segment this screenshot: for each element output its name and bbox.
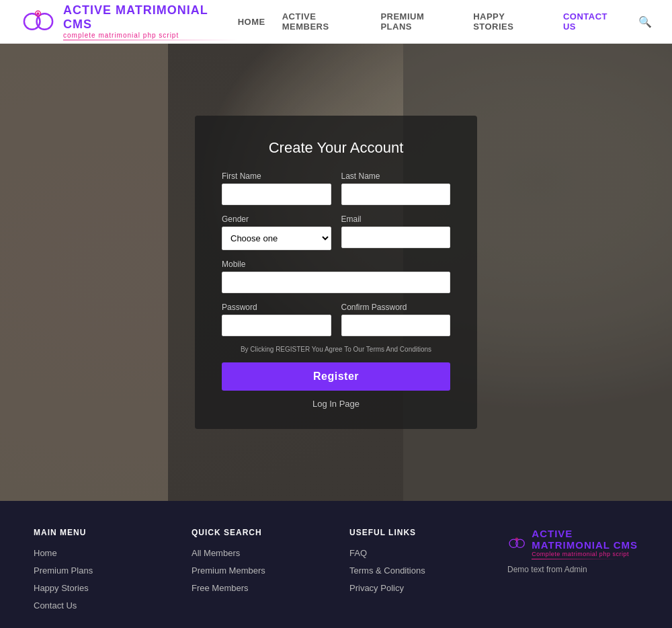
email-input[interactable]	[341, 227, 451, 248]
footer-logo-icon	[507, 532, 526, 555]
quick-search-list: All Members Premium Members Free Members	[192, 547, 323, 594]
nav-home[interactable]: HOME	[238, 17, 265, 27]
login-link[interactable]: Log In Page	[222, 399, 450, 409]
mobile-input[interactable]	[222, 272, 450, 293]
list-item: Terms & Conditions	[349, 564, 480, 576]
footer-logo-subtitle: Complete matrimonial php script	[532, 551, 638, 557]
last-name-group: Last Name	[341, 171, 451, 205]
last-name-input[interactable]	[341, 184, 451, 205]
footer-link-premium-members[interactable]: Premium Members	[192, 565, 265, 576]
list-item: Premium Members	[192, 564, 323, 576]
useful-links-heading: USEFUL LINKS	[349, 528, 480, 537]
search-button[interactable]: 🔍	[638, 15, 652, 28]
name-row: First Name Last Name	[222, 171, 450, 205]
footer-logo-line	[532, 559, 619, 559]
logo: ACTIVE MATRIMONIAL CMS complete matrimon…	[20, 3, 238, 40]
footer-link-privacy[interactable]: Privacy Policy	[349, 583, 404, 593]
list-item: Happy Stories	[34, 582, 165, 594]
footer-demo-text: Demo text from Admin	[507, 565, 638, 574]
list-item: Free Members	[192, 582, 323, 594]
quick-search-heading: QUICK SEARCH	[192, 528, 323, 537]
register-button[interactable]: Register	[222, 362, 450, 391]
footer-link-home[interactable]: Home	[34, 548, 57, 558]
first-name-input[interactable]	[222, 184, 331, 205]
gender-group: Gender Choose one Male Female	[222, 214, 331, 250]
useful-links-list: FAQ Terms & Conditions Privacy Policy	[349, 547, 480, 594]
nav-active-members[interactable]: ACTIVE MEMBERS	[282, 11, 364, 32]
password-row: Password Confirm Password	[222, 303, 450, 336]
logo-title: ACTIVE MATRIMONIAL CMS	[63, 3, 238, 32]
list-item: FAQ	[349, 547, 480, 559]
first-name-group: First Name	[222, 171, 331, 205]
list-item: Home	[34, 547, 165, 559]
nav-contact-us[interactable]: CONTACT US	[563, 11, 622, 32]
gender-select[interactable]: Choose one Male Female	[222, 227, 331, 250]
main-nav: HOME ACTIVE MEMBERS PREMIUM PLANS HAPPY …	[238, 11, 652, 32]
nav-happy-stories[interactable]: HAPPY STORIES	[473, 11, 546, 32]
footer-link-faq[interactable]: FAQ	[349, 548, 367, 558]
footer-logo-text: ACTIVE MATRIMONIAL CMS Complete matrimon…	[532, 528, 638, 559]
password-group: Password	[222, 303, 331, 336]
logo-line	[63, 40, 238, 40]
mobile-row: Mobile	[222, 260, 450, 293]
terms-text: By Clicking REGISTER You Agree To Our Te…	[222, 346, 450, 353]
email-label: Email	[341, 214, 451, 224]
footer-link-free-members[interactable]: Free Members	[192, 583, 249, 593]
nav-premium-plans[interactable]: PREMIUM PLANS	[380, 11, 456, 32]
mobile-label: Mobile	[222, 260, 450, 269]
hero-content: Create Your Account First Name Last Name…	[0, 44, 672, 501]
footer-quick-search: QUICK SEARCH All Members Premium Members…	[192, 528, 323, 617]
footer-useful-links: USEFUL LINKS FAQ Terms & Conditions Priv…	[349, 528, 480, 617]
list-item: All Members	[192, 547, 323, 559]
email-group: Email	[341, 214, 451, 250]
footer-logo-col: ACTIVE MATRIMONIAL CMS Complete matrimon…	[507, 528, 638, 617]
footer-logo-title: ACTIVE MATRIMONIAL CMS	[532, 528, 638, 551]
footer-link-happy-stories[interactable]: Happy Stories	[34, 583, 89, 593]
gender-label: Gender	[222, 214, 331, 224]
footer-link-premium-plans[interactable]: Premium Plans	[34, 565, 93, 576]
list-item: Privacy Policy	[349, 582, 480, 594]
search-icon: 🔍	[638, 16, 652, 28]
list-item: Premium Plans	[34, 564, 165, 576]
password-input[interactable]	[222, 315, 331, 336]
svg-point-12	[516, 539, 517, 540]
gender-email-row: Gender Choose one Male Female Email	[222, 214, 450, 250]
confirm-password-input[interactable]	[341, 315, 451, 336]
footer-link-terms[interactable]: Terms & Conditions	[349, 565, 425, 576]
header: ACTIVE MATRIMONIAL CMS complete matrimon…	[0, 0, 672, 44]
logo-text: ACTIVE MATRIMONIAL CMS complete matrimon…	[63, 3, 238, 40]
last-name-label: Last Name	[341, 171, 451, 181]
list-item: Contact Us	[34, 599, 165, 611]
main-menu-heading: MAIN MENU	[34, 528, 165, 537]
footer-logo-area: ACTIVE MATRIMONIAL CMS Complete matrimon…	[507, 528, 638, 559]
password-label: Password	[222, 303, 331, 312]
confirm-password-group: Confirm Password	[341, 303, 451, 336]
svg-point-3	[37, 12, 40, 15]
footer-main-menu: MAIN MENU Home Premium Plans Happy Stori…	[34, 528, 165, 617]
confirm-password-label: Confirm Password	[341, 303, 451, 312]
logo-subtitle: complete matrimonial php script	[63, 32, 238, 39]
hero-section: Create Your Account First Name Last Name…	[0, 44, 672, 501]
footer: MAIN MENU Home Premium Plans Happy Stori…	[0, 501, 672, 628]
main-menu-list: Home Premium Plans Happy Stories Contact…	[34, 547, 165, 611]
footer-link-all-members[interactable]: All Members	[192, 548, 240, 558]
form-title: Create Your Account	[222, 139, 450, 157]
footer-top: MAIN MENU Home Premium Plans Happy Stori…	[34, 528, 638, 628]
logo-icon	[20, 7, 56, 37]
register-form-container: Create Your Account First Name Last Name…	[195, 116, 477, 429]
footer-link-contact-us[interactable]: Contact Us	[34, 600, 77, 611]
first-name-label: First Name	[222, 171, 331, 181]
